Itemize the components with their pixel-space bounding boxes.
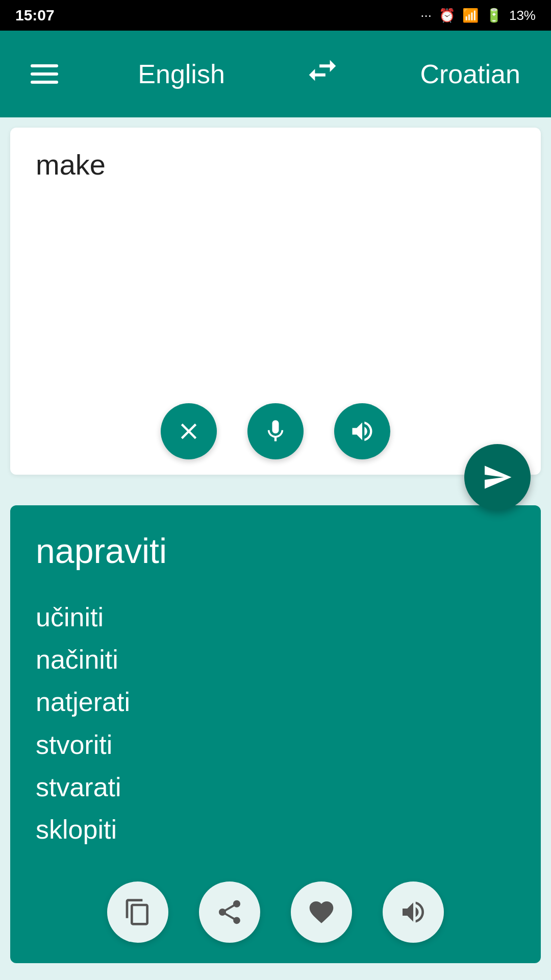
target-language[interactable]: Croatian (420, 59, 520, 89)
dots-icon: ··· (420, 8, 432, 23)
translation-item: načiniti (36, 645, 118, 674)
status-bar: 15:07 ··· ⏰ 📶 🔋 13% (0, 0, 551, 31)
translation-item: učiniti (36, 602, 104, 632)
result-action-buttons (36, 881, 515, 943)
microphone-button[interactable] (247, 403, 304, 459)
menu-line (31, 72, 58, 76)
battery-percent: 13% (509, 8, 536, 23)
menu-button[interactable] (31, 64, 58, 84)
clear-button[interactable] (161, 403, 217, 459)
menu-line (31, 64, 58, 67)
translation-item: stvoriti (36, 730, 112, 760)
favorite-button[interactable] (291, 881, 352, 943)
sim-icon: 📶 (462, 8, 479, 23)
source-language[interactable]: English (138, 59, 225, 89)
input-area: make (10, 128, 541, 475)
input-action-buttons (36, 403, 515, 459)
primary-translation: napraviti (36, 531, 515, 571)
translation-item: stvarati (36, 772, 121, 802)
result-speaker-button[interactable] (383, 881, 444, 943)
status-icons: ··· ⏰ 📶 🔋 13% (420, 8, 536, 23)
source-text-input[interactable]: make (36, 148, 515, 393)
alarm-icon: ⏰ (439, 8, 455, 23)
status-time: 15:07 (15, 7, 55, 24)
battery-icon: 🔋 (486, 8, 502, 23)
translate-button[interactable] (464, 444, 531, 510)
input-wrapper: make (0, 128, 551, 475)
secondary-translations: učiniti načiniti natjerati stvoriti stva… (36, 596, 515, 851)
swap-languages-button[interactable] (305, 53, 340, 95)
share-button[interactable] (199, 881, 260, 943)
speaker-button[interactable] (334, 403, 390, 459)
toolbar: English Croatian (0, 31, 551, 117)
translation-item: natjerati (36, 687, 130, 717)
translation-item: sklopiti (36, 815, 117, 844)
results-area: napraviti učiniti načiniti natjerati stv… (10, 505, 541, 963)
copy-button[interactable] (107, 881, 168, 943)
menu-line (31, 81, 58, 84)
